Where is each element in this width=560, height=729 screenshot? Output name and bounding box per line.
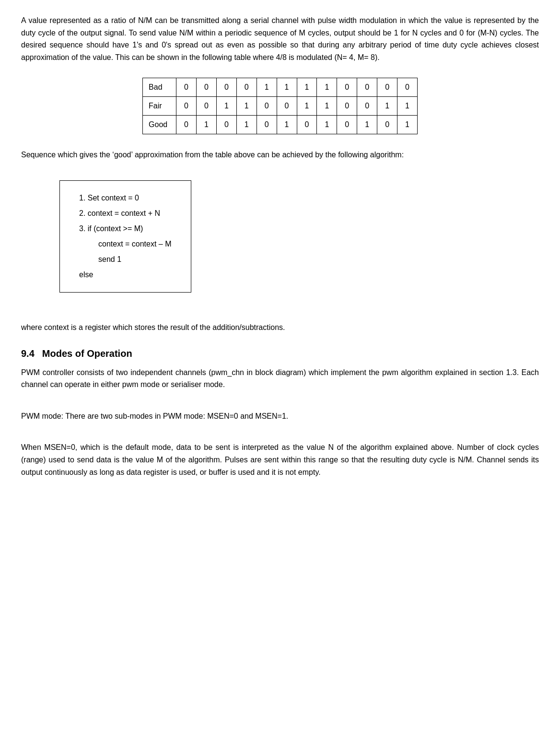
table-cell: 1	[317, 78, 337, 97]
algo-line-3: 3. if (context >= M)	[79, 221, 172, 236]
table-cell: 1	[277, 116, 297, 134]
table-cell: 1	[257, 78, 277, 97]
table-cell: 0	[176, 116, 197, 134]
table-cell: 1	[297, 97, 317, 116]
row-label: Good	[143, 116, 176, 134]
table-cell: 1	[236, 97, 257, 116]
intro-paragraph: A value represented as a ratio of N/M ca…	[21, 14, 539, 63]
algo-line-2: 2. context = context + N	[79, 206, 172, 221]
table-cell: 0	[236, 78, 257, 97]
msen0-paragraph: When MSEN=0, which is the default mode, …	[21, 441, 539, 478]
table-cell: 0	[337, 97, 357, 116]
table-cell: 0	[216, 78, 236, 97]
table-cell: 1	[357, 116, 377, 134]
table-cell: 1	[216, 97, 236, 116]
table-cell: 1	[297, 78, 317, 97]
table-cell: 0	[297, 116, 317, 134]
table-cell: 1	[277, 78, 297, 97]
pwm-table: Bad000011110000Fair001100110011Good01010…	[142, 78, 418, 134]
table-cell: 0	[196, 97, 216, 116]
context-line: where context is a register which stores…	[21, 321, 539, 334]
table-cell: 1	[317, 116, 337, 134]
algo-line-1: 1. Set context = 0	[79, 190, 172, 206]
algo-line-4: context = context – M	[79, 236, 172, 252]
algorithm-box: 1. Set context = 0 2. context = context …	[59, 180, 191, 293]
table-cell: 0	[196, 78, 216, 97]
table-cell: 0	[257, 116, 277, 134]
table-cell: 1	[196, 116, 216, 134]
table-cell: 1	[377, 97, 397, 116]
table-cell: 0	[176, 78, 197, 97]
table-cell: 0	[377, 116, 397, 134]
table-cell: 0	[277, 97, 297, 116]
row-label: Fair	[143, 97, 176, 116]
sequence-paragraph: Sequence which gives the ‘good’ approxim…	[21, 149, 539, 161]
table-cell: 0	[337, 78, 357, 97]
pwm-intro-paragraph: PWM controller consists of two independe…	[21, 366, 539, 391]
table-cell: 0	[357, 78, 377, 97]
table-cell: 0	[176, 97, 197, 116]
table-cell: 1	[317, 97, 337, 116]
section-number: 9.4	[21, 348, 35, 359]
pwm-mode-line: PWM mode: There are two sub-modes in PWM…	[21, 410, 539, 423]
table-cell: 1	[397, 97, 418, 116]
table-cell: 0	[397, 78, 418, 97]
table-cell: 0	[377, 78, 397, 97]
pwm-table-container: Bad000011110000Fair001100110011Good01010…	[21, 78, 539, 134]
row-label: Bad	[143, 78, 176, 97]
table-cell: 0	[357, 97, 377, 116]
table-cell: 0	[337, 116, 357, 134]
table-cell: 0	[257, 97, 277, 116]
table-cell: 0	[216, 116, 236, 134]
table-cell: 1	[397, 116, 418, 134]
table-cell: 1	[236, 116, 257, 134]
section-heading: 9.4Modes of Operation	[21, 348, 539, 359]
section-title: Modes of Operation	[42, 348, 132, 359]
algo-line-5: send 1	[79, 252, 172, 267]
table-row: Fair001100110011	[143, 97, 418, 116]
algo-line-6: else	[79, 267, 172, 282]
table-row: Good010101010101	[143, 116, 418, 134]
table-row: Bad000011110000	[143, 78, 418, 97]
